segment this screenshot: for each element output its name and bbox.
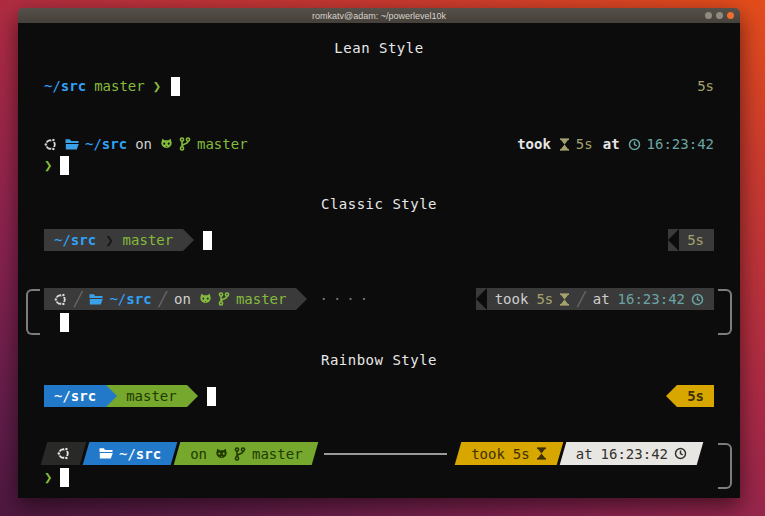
classic-left-segment: ~/ src ❯ master [44, 229, 183, 251]
current-time: 16:23:42 [618, 291, 685, 307]
classic-prompt-full-line2 [44, 311, 714, 333]
rainbow-path-segment: ~/ src [86, 442, 174, 465]
on-label: on [135, 136, 152, 152]
powerline-arrow [668, 229, 679, 251]
section-title: Lean Style [334, 40, 423, 56]
command-duration: 5s [687, 232, 704, 248]
text-cursor [207, 387, 216, 406]
close-button[interactable] [727, 12, 734, 19]
window-titlebar: romkatv@adam: ~/powerlevel10k [18, 8, 740, 23]
path-dir: src [71, 388, 96, 404]
path-dir: src [136, 446, 161, 462]
rainbow-branch-segment: on master [177, 442, 315, 465]
hourglass-icon [559, 138, 570, 151]
clock-icon [628, 138, 641, 151]
current-time: 16:23:42 [647, 136, 714, 152]
classic-prompt-compact: ~/ src ❯ master 5s [44, 229, 714, 251]
ubuntu-os-icon [57, 447, 70, 460]
rainbow-duration-segment: 5s [677, 385, 714, 407]
powerline-arrow [476, 288, 487, 310]
terminal-screen[interactable]: Lean Style ~/ src master ❯ 5s ~/ src [18, 23, 740, 498]
rainbow-prompt-full-line2: ❯ [44, 466, 714, 488]
took-label: took [495, 291, 529, 307]
git-branch-name: master [94, 78, 145, 94]
thin-separator: ╱ [74, 291, 82, 307]
rainbow-os-segment [44, 442, 83, 465]
github-octocat-icon [199, 293, 212, 305]
command-duration: 5s [697, 78, 714, 94]
powerline-arrow [666, 385, 677, 407]
text-cursor [203, 231, 212, 250]
path-dir: src [126, 291, 151, 307]
hourglass-icon [559, 293, 570, 306]
path-prefix: ~/ [119, 446, 136, 462]
rainbow-branch-segment: master [106, 385, 187, 407]
classic-prompt-full-line1: ╱ ~/ src ╱ on master [44, 288, 714, 310]
rainbow-duration-segment: took 5s [458, 442, 560, 465]
at-label: at [603, 136, 620, 152]
clock-icon [674, 447, 687, 460]
rainbow-time-segment: at 16:23:42 [563, 442, 700, 465]
rainbow-prompt-full-line1: ~/ src on master took 5s [44, 442, 714, 465]
took-label: took [517, 136, 551, 152]
lean-prompt-full-line1: ~/ src on master took 5s at [44, 133, 714, 155]
path-dir: src [71, 232, 96, 248]
classic-style-heading: Classic Style [44, 193, 714, 215]
path-prefix: ~/ [44, 78, 61, 94]
command-duration: 5s [513, 446, 530, 462]
text-cursor [60, 313, 69, 332]
ubuntu-desktop: romkatv@adam: ~/powerlevel10k Lean Style… [0, 0, 765, 516]
rainbow-style-heading: Rainbow Style [44, 349, 714, 371]
at-label: at [576, 446, 593, 462]
path-prefix: ~/ [54, 232, 71, 248]
prompt-frame-left [26, 289, 40, 335]
prompt-frame-right [718, 443, 732, 489]
lean-prompt-full-line2: ❯ [44, 154, 714, 176]
prompt-arrow: ❯ [44, 157, 52, 173]
rainbow-prompt-compact: ~/ src master 5s [44, 385, 714, 407]
maximize-button[interactable] [716, 12, 723, 19]
lean-prompt-compact: ~/ src master ❯ 5s [44, 75, 714, 97]
window-controls [705, 12, 734, 19]
git-branch-icon [179, 137, 191, 151]
folder-icon [65, 138, 79, 151]
github-octocat-icon [215, 448, 228, 460]
took-label: took [471, 446, 505, 462]
folder-icon [89, 293, 103, 306]
section-title: Rainbow Style [321, 352, 437, 368]
classic-status-segment: took 5s ╱ at 16:23:42 [476, 288, 714, 310]
rainbow-path-segment: ~/ src [44, 385, 106, 407]
clock-icon [691, 293, 704, 306]
path-dir: src [61, 78, 86, 94]
on-label: on [190, 446, 207, 462]
powerline-arrow [183, 229, 194, 251]
github-octocat-icon [160, 138, 173, 150]
window-title: romkatv@adam: ~/powerlevel10k [312, 11, 446, 21]
classic-info-segment: ╱ ~/ src ╱ on master [44, 288, 296, 310]
path-dir: src [102, 136, 127, 152]
powerline-arrow [106, 385, 117, 407]
hourglass-icon [536, 447, 547, 460]
command-duration: 5s [576, 136, 593, 152]
gap-filler-dots: ···· [319, 291, 373, 307]
text-cursor [60, 156, 69, 175]
segment-separator: ❯ [105, 232, 113, 248]
command-duration: 5s [687, 388, 704, 404]
classic-duration-segment: 5s [668, 229, 714, 251]
ubuntu-os-icon [44, 138, 57, 151]
command-duration: 5s [536, 291, 553, 307]
text-cursor [60, 468, 69, 487]
minimize-button[interactable] [705, 12, 712, 19]
path-prefix: ~/ [85, 136, 102, 152]
path-prefix: ~/ [109, 291, 126, 307]
git-branch-icon [218, 292, 230, 306]
thin-separator: ╱ [577, 291, 585, 307]
prompt-arrow: ❯ [153, 78, 161, 94]
at-label: at [593, 291, 610, 307]
terminal-window: romkatv@adam: ~/powerlevel10k Lean Style… [18, 8, 740, 498]
git-branch-name: master [252, 446, 303, 462]
powerline-arrow [187, 385, 198, 407]
folder-icon [99, 447, 113, 460]
git-branch-name: master [126, 388, 177, 404]
git-branch-name: master [236, 291, 287, 307]
